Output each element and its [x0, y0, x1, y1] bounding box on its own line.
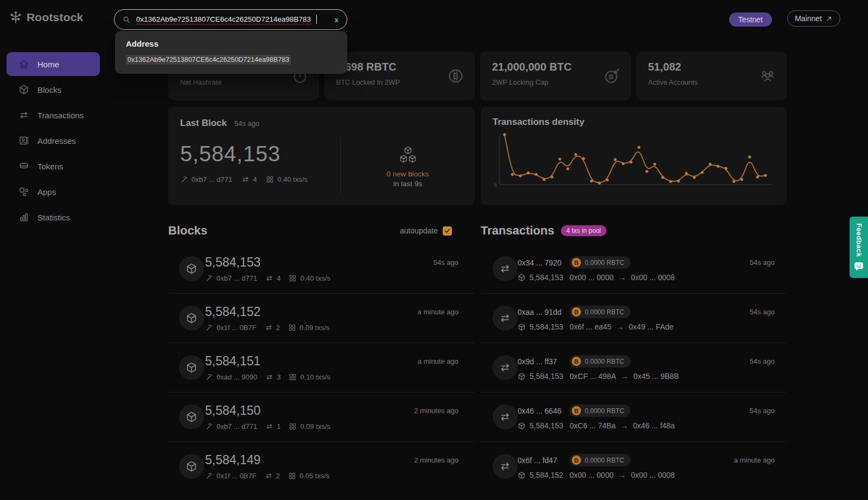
tx-hash-link[interactable]: 0xaa ... 91dd	[518, 308, 570, 317]
tx-hash-link[interactable]: 0x9d ... ff37	[518, 357, 570, 366]
sidebar-item-label: Statistics	[37, 213, 70, 222]
block-row[interactable]: 5,584,150 0xb7 ... d771 1 0.09 txs/s 2 m…	[168, 393, 475, 442]
mainnet-button[interactable]: Mainnet	[787, 10, 840, 27]
sidebar-item-tokens[interactable]: Tokens	[7, 154, 161, 178]
transactions-density-panel: Transactions density 0	[481, 107, 787, 205]
tx-timestamp: 54s ago	[750, 308, 775, 316]
stat-label: Active Accounts	[648, 78, 775, 86]
tx-from-to: 0x6f ... ea45 0x49 ... FAde	[570, 322, 787, 331]
tx-from-address[interactable]: 0xCF ... 498A	[570, 372, 616, 381]
transfer-icon	[265, 422, 273, 431]
transaction-row[interactable]: 0x9d ... ff37 0.0000 RBTC 5,584,153 0xCF…	[481, 343, 787, 393]
apps-icon	[18, 186, 29, 197]
blocks-section-title: Blocks	[168, 224, 207, 238]
tx-from-address[interactable]: 0x00 ... 0000	[570, 471, 614, 479]
block-row[interactable]: 5,584,149 0x1f ... 0B7F 2 0.05 txs/s 2 m…	[168, 442, 475, 491]
sidebar-item-transactions[interactable]: Transactions	[7, 103, 161, 127]
sidebar-item-addresses[interactable]: Addresses	[7, 129, 161, 153]
new-blocks-indicator: 0 new blocks in last 9s	[340, 137, 475, 196]
block-row[interactable]: 5,584,153 0xb7 ... d771 4 0.40 txs/s 54s…	[168, 244, 475, 294]
rootstock-logo[interactable]: Rootstock	[9, 10, 83, 24]
miner-pickaxe-icon	[205, 373, 213, 381]
search-result-address[interactable]: 0x1362Ab9e72513807CE6c4c26250D7214ea98B7…	[126, 55, 291, 65]
last-block-tx-rate: 0.40 txs/s	[266, 175, 308, 183]
tx-transfer-icon	[493, 256, 518, 281]
last-block-title: Last Block	[180, 118, 227, 129]
last-block-miner[interactable]: 0xb7 ... d771	[180, 175, 232, 183]
tx-hash-link[interactable]: 0x34 ... 7920	[518, 258, 570, 267]
sidebar-item-home[interactable]: Home	[7, 52, 100, 76]
testnet-button[interactable]: Testnet	[729, 12, 772, 27]
tx-from-address[interactable]: 0xC6 ... 74Ba	[570, 421, 616, 430]
transactions-list: 0x34 ... 7920 0.0000 RBTC 5,584,153 0x00…	[481, 244, 787, 491]
stat-card-locking-cap: 21,000,000 BTC 2WP Locking Cap	[480, 52, 631, 100]
block-row[interactable]: 5,584,152 0x1f ... 0B7F 2 0.09 txs/s a m…	[168, 294, 475, 343]
tx-to-address[interactable]: 0x46 ... f48a	[633, 421, 675, 430]
svg-text:0: 0	[494, 182, 497, 187]
tx-transfer-icon	[493, 306, 518, 331]
tx-block-link[interactable]: 5,584,152	[518, 471, 570, 479]
rbtc-coin-icon	[572, 357, 581, 366]
transfer-icon	[265, 324, 273, 332]
tx-to-address[interactable]: 0x00 ... 0008	[631, 471, 675, 479]
tx-to-address[interactable]: 0x45 ... 9B8B	[634, 372, 679, 381]
panels-row: Last Block 54s ago 5,584,153 0xb7 ... d7…	[168, 107, 787, 205]
tx-block-link[interactable]: 5,584,153	[518, 273, 570, 282]
sidebar-item-label: Tokens	[37, 162, 63, 171]
block-miner[interactable]: 0xb7 ... d771	[205, 422, 257, 431]
sidebar-item-blocks[interactable]: Blocks	[7, 78, 161, 102]
block-tx-rate: 0.09 txs/s	[288, 324, 330, 332]
block-miner[interactable]: 0xb7 ... d771	[205, 274, 257, 282]
miner-pickaxe-icon	[205, 422, 213, 431]
block-tx-rate: 0.10 txs/s	[289, 373, 330, 381]
sidebar-item-statistics[interactable]: Statistics	[7, 205, 161, 229]
bar-chart-icon	[18, 212, 29, 223]
tx-amount-pill: 0.0000 RBTC	[570, 454, 630, 466]
tx-hash-link[interactable]: 0x6f ... fd47	[518, 456, 570, 465]
transactions-section-title: Transactions	[481, 224, 554, 238]
search-result-type: Address	[126, 39, 336, 48]
transaction-row[interactable]: 0xaa ... 91dd 0.0000 RBTC 5,584,153 0x6f…	[481, 294, 787, 343]
tx-block-link[interactable]: 5,584,153	[518, 372, 570, 381]
tx-to-address[interactable]: 0x00 ... 0008	[631, 273, 675, 282]
tx-to-address[interactable]: 0x49 ... FAde	[629, 322, 674, 331]
tx-from-to: 0xC6 ... 74Ba 0x46 ... f48a	[570, 421, 787, 430]
tx-from-address[interactable]: 0x00 ... 0000	[570, 273, 614, 282]
search-clear-button[interactable]: x	[335, 16, 339, 24]
miner-pickaxe-icon	[180, 175, 188, 183]
block-cube-icon	[179, 355, 204, 380]
cube-icon	[18, 84, 29, 95]
transaction-row[interactable]: 0x6f ... fd47 0.0000 RBTC 5,584,152 0x00…	[481, 442, 787, 491]
home-icon	[18, 59, 29, 69]
grid-icon	[288, 472, 296, 480]
transaction-row[interactable]: 0x46 ... 6646 0.0000 RBTC 5,584,153 0xC6…	[481, 393, 787, 442]
block-miner[interactable]: 0xad ... 9090	[205, 373, 257, 381]
block-timestamp: 2 minutes ago	[414, 407, 458, 415]
block-miner[interactable]: 0x1f ... 0B7F	[205, 472, 257, 480]
search-input[interactable]: 0x1362Ab9e72513807CE6c4c26250D7214ea98B7…	[114, 9, 347, 30]
last-block-time: 54s ago	[234, 119, 259, 128]
block-miner[interactable]: 0x1f ... 0B7F	[205, 324, 257, 332]
block-tx-rate: 0.05 txs/s	[288, 472, 330, 480]
tx-block-link[interactable]: 5,584,153	[518, 421, 570, 430]
transaction-row[interactable]: 0x34 ... 7920 0.0000 RBTC 5,584,153 0x00…	[481, 244, 787, 294]
tx-from-address[interactable]: 0x6f ... ea45	[570, 322, 611, 331]
sidebar-item-label: Apps	[37, 187, 56, 197]
cube-icon	[518, 422, 526, 430]
feedback-smiley-icon	[854, 262, 864, 271]
search-value[interactable]: 0x1362Ab9e72513807CE6c4c26250D7214ea98B7…	[136, 15, 311, 24]
tx-hash-link[interactable]: 0x46 ... 6646	[518, 407, 570, 415]
feedback-button[interactable]: Feedback	[850, 217, 868, 278]
bitcoin-target-icon	[604, 68, 620, 84]
external-link-icon	[826, 15, 833, 22]
sidebar-item-apps[interactable]: Apps	[7, 180, 161, 204]
block-row[interactable]: 5,584,151 0xad ... 9090 3 0.10 txs/s a m…	[168, 343, 475, 393]
grid-icon	[289, 422, 297, 431]
block-tx-count: 2	[265, 324, 280, 332]
autoupdate-checkbox[interactable]	[443, 226, 452, 236]
blocks-stack-icon	[399, 145, 417, 164]
rootstock-logo-icon	[9, 10, 23, 24]
transfer-icon	[265, 373, 273, 381]
tx-block-link[interactable]: 5,584,153	[518, 322, 570, 331]
tx-from-to: 0x00 ... 0000 0x00 ... 0008	[570, 273, 787, 282]
